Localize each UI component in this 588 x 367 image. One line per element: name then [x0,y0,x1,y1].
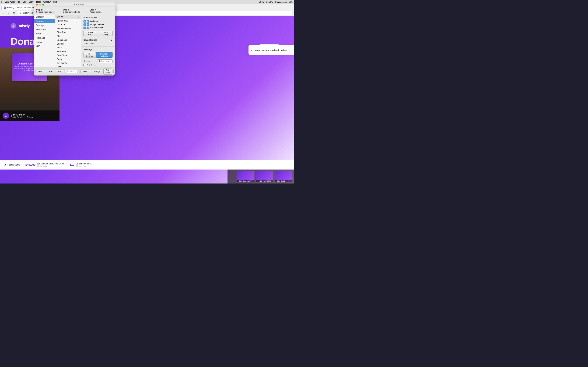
effect-blackandwhite[interactable]: BlackAndWhite [55,26,81,30]
source-slide-show[interactable]: Slide Show [34,27,55,32]
saved-item-just-dance[interactable]: Just Dance [84,42,112,45]
source-movie[interactable]: Movie [34,32,55,36]
toolbar-minus-button[interactable]: - [113,70,115,73]
activity-time-2: 15 days ago [76,165,92,167]
apple-menu[interactable]:  [1,0,2,3]
desktop-settings-tab[interactable]: Desktop+ Settings [96,52,112,58]
step3-label: Step 3: [90,9,112,11]
effect-bump[interactable]: Bump [55,57,81,61]
effect-overlay-label: Image Overlay [90,23,104,26]
menu-file[interactable]: File [17,1,20,3]
clear-effects-button[interactable]: Clear Effects [84,31,98,36]
menubar-right: 14 May 8:51 PM Chris Jensen 16% [259,1,293,3]
activity-amount-1: $40,000 [25,163,35,166]
effects-header-label: Effects [57,16,63,18]
source-webcam[interactable]: Webcam [34,15,55,19]
toolbar-select2-button[interactable]: Select [80,70,91,73]
fullscreen-checkbox[interactable] [84,64,86,66]
step1-label: Step 1: [36,9,59,11]
pip-desktop-tabs: PIP Settings Desktop+ Settings [84,52,112,58]
main-panels: Webcam Desktop+ Desktop Slide Show Movie… [34,15,115,67]
source-desktop[interactable]: Desktop [34,23,55,27]
screenshot-strip: 2020-0....46.12 PM 2020-0...5.45 PM 2020… [227,169,294,184]
screenshot-thumb-3: 2020-0...51.44 PM [275,171,292,182]
tab-label: Raisely: The free charity fund... [7,7,36,9]
saved-setups-header: Saved Setups ▲ [84,39,112,41]
screenshot-thumb-1: 2020-0....46.12 PM [237,171,254,182]
effect-bullethole[interactable]: BulletHole [55,50,81,53]
effect-applescript[interactable]: AppleScript [55,19,81,23]
effect-pip-checkbox[interactable] [84,26,86,29]
effect-bullettime[interactable]: BulletTime [55,53,81,57]
menu-battery: 16% [289,1,293,3]
effect-clock[interactable]: Clock [55,65,81,67]
menu-tools[interactable]: Tools [36,1,41,3]
source-desktop-plus[interactable]: Desktop+ [34,19,55,23]
screen-select[interactable]: This screen [97,59,112,63]
effect-blur[interactable]: Blur [55,34,81,38]
menu-window[interactable]: Window [43,1,51,3]
effect-pip-label: PIP Desktop+ [90,26,103,29]
step1-desc: Select a video source [36,11,55,13]
nzd-chevron-icon: ⌄ [288,49,290,52]
effect-row-webcam: Webcam [84,20,112,23]
nzd-label: Donating in New Zealand Dollars [251,49,287,52]
saved-setups-collapse-icon: ▲ [110,39,112,41]
toolbar-select-button[interactable]: Select [35,70,46,73]
menu-help[interactable]: Help [53,1,57,3]
toolbar-pip-button[interactable]: PIP [47,70,55,73]
effect-overlay-checkbox[interactable] [84,23,86,26]
toolbar-add-button[interactable]: Add [56,70,64,73]
menu-camtwist[interactable]: CamTwist [5,1,15,3]
step1-col: Step 1: Select a video source [34,8,61,14]
effects-collapse-btn[interactable]: ▲ [78,16,80,18]
menu-edit[interactable]: Edit [23,1,26,3]
toolbar-auto-load-button[interactable]: Auto load [104,68,112,75]
webcam-avatar: CJ [3,113,9,119]
fullscreen-label: Full Screen [87,64,97,66]
effect-bulge[interactable]: Bulge [55,46,81,50]
back-button[interactable]: ‹ [1,11,6,15]
source-vnc[interactable]: VNC [34,44,55,48]
activity-item-2: $10 Caroline donate... 15 days ago [70,163,92,167]
camtwist-window: Cam Twist Step 1: Select a video source … [34,2,115,75]
donation-sidebar: Donating in New Zealand Dollars ⌄ [249,45,294,55]
saved-setups: Saved Setups ▲ Just Dance [81,38,115,47]
menu-view[interactable]: View [29,1,34,3]
tab-favicon: R [4,7,6,9]
pip-settings-tab[interactable]: PIP Settings [84,52,96,58]
effects-in-use-title: Effects in use [84,16,112,19]
nzd-selector[interactable]: Donating in New Zealand Dollars ⌄ [251,49,291,52]
settings-panel: Settings PIP Settings Desktop+ Settings … [81,47,115,67]
reload-button[interactable]: ↻ [12,11,16,15]
screenshot-label-1: 2020-0....46.12 PM [237,180,254,182]
save-setup-button[interactable]: Save Setup [99,31,112,36]
forward-button[interactable]: › [7,11,11,15]
search-icon: 🔍 [67,70,69,73]
effect-webcam-checkbox[interactable] [84,20,86,23]
webcam-footer: CJ Chris Jensen Senior Developer, Raisel… [0,110,60,121]
effect-brightness[interactable]: Brightness [55,38,81,42]
effect-blue-print[interactable]: Blue Print [55,30,81,34]
effect-pip-checkbox2[interactable] [87,26,89,29]
activity-item-1: $40,000 Yes donated to Raisely Demo 15 d… [25,163,65,167]
toolbar-merge-button[interactable]: Merge [92,70,102,73]
effect-overlay-checkbox2[interactable] [87,23,89,26]
settings-title: Settings [84,48,112,51]
toolbar-search-box[interactable]: 🔍 Search [65,70,78,73]
effect-city-lights[interactable]: City Lights [55,61,81,65]
menubar:  CamTwist File Edit View Tools Window H… [0,0,294,4]
effect-bubbles[interactable]: Bubbles [55,42,81,46]
webcam-title: Senior Developer, Raisely [11,116,33,118]
screenshot-thumb-2: 2020-0...5.45 PM [256,171,273,182]
source-syphon[interactable]: Syphon [34,40,55,44]
effect-row-overlay: Image Overlay [84,23,112,26]
menubar-left:  CamTwist File Edit View Tools Window H… [1,0,57,3]
effect-ascii-art[interactable]: ASCII Art [55,23,81,26]
webcam-info: Chris Jensen Senior Developer, Raisely [11,113,33,118]
step3-desc: Adjust settings [90,11,103,13]
effect-webcam-checkbox2[interactable] [87,20,89,23]
source-flickr-set[interactable]: Flickr Set [34,36,55,40]
screenshot-label-3: 2020-0...51.44 PM [275,180,292,182]
lock-icon: 🔒 [19,12,22,14]
